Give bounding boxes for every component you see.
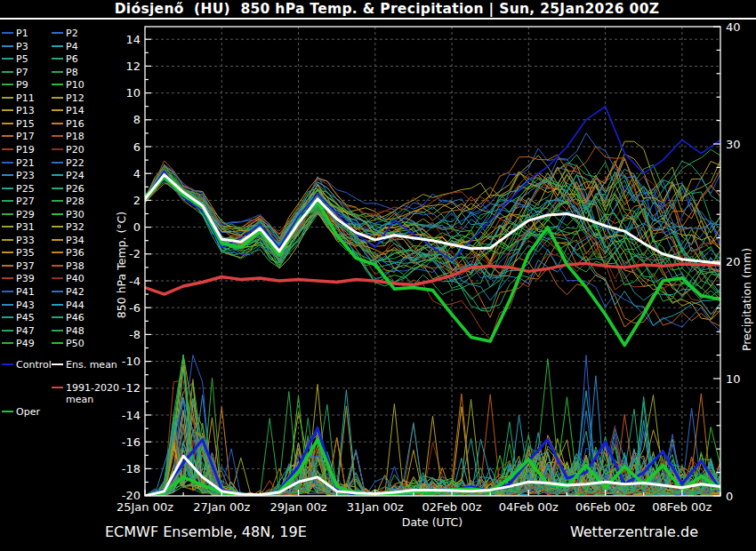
legend-item-p23: P23 <box>2 170 35 182</box>
legend-item-p43: P43 <box>2 299 35 312</box>
svg-text:-8: -8 <box>129 328 141 341</box>
svg-text:30: 30 <box>726 138 741 151</box>
svg-text:10: 10 <box>125 86 141 100</box>
legend-item-p5: P5 <box>2 53 28 66</box>
legend-item-p18: P18 <box>52 131 84 143</box>
legend-line-swatch <box>2 97 13 99</box>
svg-text:04Feb 00z: 04Feb 00z <box>499 500 559 514</box>
legend-line-swatch <box>52 291 63 292</box>
legend-item-p9: P9 <box>2 79 28 92</box>
legend-item-p1: P1 <box>2 28 28 40</box>
svg-text:6: 6 <box>133 140 141 154</box>
legend-line-swatch <box>2 148 13 150</box>
legend-item-p13: P13 <box>2 105 35 117</box>
legend-line-swatch <box>2 239 13 241</box>
legend-line-swatch <box>52 200 63 202</box>
svg-text:0: 0 <box>726 490 733 503</box>
legend-item-p15: P15 <box>2 118 35 131</box>
svg-text:0: 0 <box>133 220 141 234</box>
meteogram-page: Diósjenő (HU) 850 hPa Temp. & Precipitat… <box>0 0 756 551</box>
legend-item-p42: P42 <box>52 286 84 299</box>
legend-line-swatch <box>2 174 13 176</box>
legend-item-p12: P12 <box>52 92 84 105</box>
legend-line-swatch <box>52 123 63 124</box>
legend-line-swatch <box>2 213 13 215</box>
svg-text:-2: -2 <box>129 247 141 260</box>
legend-line-swatch <box>2 252 13 253</box>
legend-line-swatch <box>52 330 63 331</box>
legend-item-p14: P14 <box>52 105 84 117</box>
legend-line-swatch <box>52 265 63 267</box>
legend-line-swatch <box>52 71 63 73</box>
legend-item-p34: P34 <box>52 235 84 247</box>
legend-item-p27: P27 <box>2 196 35 208</box>
legend-item-p8: P8 <box>52 67 78 79</box>
svg-text:-4: -4 <box>129 275 141 288</box>
legend-line-swatch <box>2 200 13 202</box>
legend-item-p19: P19 <box>2 144 35 156</box>
legend-line-swatch <box>2 363 13 365</box>
svg-text:27Jan 00z: 27Jan 00z <box>193 500 250 514</box>
legend-line-swatch <box>52 316 63 318</box>
legend-item-p49: P49 <box>2 338 35 350</box>
svg-text:-6: -6 <box>129 301 141 315</box>
legend-line-swatch <box>2 71 13 73</box>
legend-item-p24: P24 <box>52 170 84 182</box>
svg-text:-16: -16 <box>122 435 141 449</box>
legend-line-swatch <box>2 84 13 85</box>
legend-item-p10: P10 <box>52 79 84 92</box>
legend-item-p3: P3 <box>2 41 28 53</box>
y-axis-label-precip: Precipitation (mm) <box>740 248 753 351</box>
legend-line-swatch <box>52 32 63 34</box>
legend-item-p40: P40 <box>52 273 84 285</box>
legend-line-swatch <box>2 291 13 292</box>
svg-text:8: 8 <box>133 113 141 126</box>
svg-text:14: 14 <box>125 33 141 46</box>
legend-item-p17: P17 <box>2 131 35 143</box>
svg-text:10: 10 <box>726 372 741 386</box>
legend-line-swatch <box>52 148 63 150</box>
legend-line-swatch <box>52 45 63 47</box>
legend-item-p22: P22 <box>52 157 84 170</box>
legend-line-swatch <box>2 226 13 228</box>
legend-item-p7: P7 <box>2 67 28 79</box>
legend-item-p28: P28 <box>52 196 84 208</box>
svg-text:4: 4 <box>133 167 141 180</box>
legend-line-swatch <box>2 45 13 47</box>
legend-item-p38: P38 <box>52 260 84 273</box>
legend-item-p20: P20 <box>52 144 84 156</box>
svg-text:-18: -18 <box>122 462 141 475</box>
legend-item-p35: P35 <box>2 247 35 260</box>
svg-text:40: 40 <box>726 20 741 34</box>
legend-item-p11: P11 <box>2 92 35 105</box>
legend-line-swatch <box>52 109 63 111</box>
legend-item-p48: P48 <box>52 325 84 338</box>
svg-text:20: 20 <box>726 255 741 268</box>
legend-line-swatch <box>52 277 63 279</box>
legend-item-p41: P41 <box>2 286 35 299</box>
legend-line-swatch <box>52 226 63 228</box>
footer-model-info: ECMWF Ensemble, 48N, 19E <box>105 523 307 540</box>
legend-item-p45: P45 <box>2 312 35 324</box>
legend-line-swatch <box>52 58 63 60</box>
legend-item-p30: P30 <box>52 209 84 221</box>
ensemble-legend: P1P2P3P4P5P6P7P8P9P10P11P12P13P14P15P16P… <box>0 0 120 431</box>
legend-line-swatch <box>52 97 63 99</box>
legend-item-p29: P29 <box>2 209 35 221</box>
legend-item-p31: P31 <box>2 221 35 234</box>
legend-item-p47: P47 <box>2 325 35 338</box>
y-axis-label-temp: 850 hPa Temp. (°C) <box>115 212 128 318</box>
legend-item-p25: P25 <box>2 183 35 196</box>
legend-item-p44: P44 <box>52 299 84 312</box>
legend-item-oper: Oper <box>2 406 40 419</box>
legend-item-p32: P32 <box>52 221 84 234</box>
legend-line-swatch <box>2 316 13 318</box>
legend-item-p46: P46 <box>52 312 84 324</box>
legend-item-p50: P50 <box>52 338 84 350</box>
legend-line-swatch <box>52 188 63 189</box>
legend-item-p16: P16 <box>52 118 84 131</box>
legend-item-p33: P33 <box>2 235 35 247</box>
legend-line-swatch <box>52 304 63 306</box>
svg-text:06Feb 00z: 06Feb 00z <box>575 500 635 514</box>
legend-line-swatch <box>52 174 63 176</box>
